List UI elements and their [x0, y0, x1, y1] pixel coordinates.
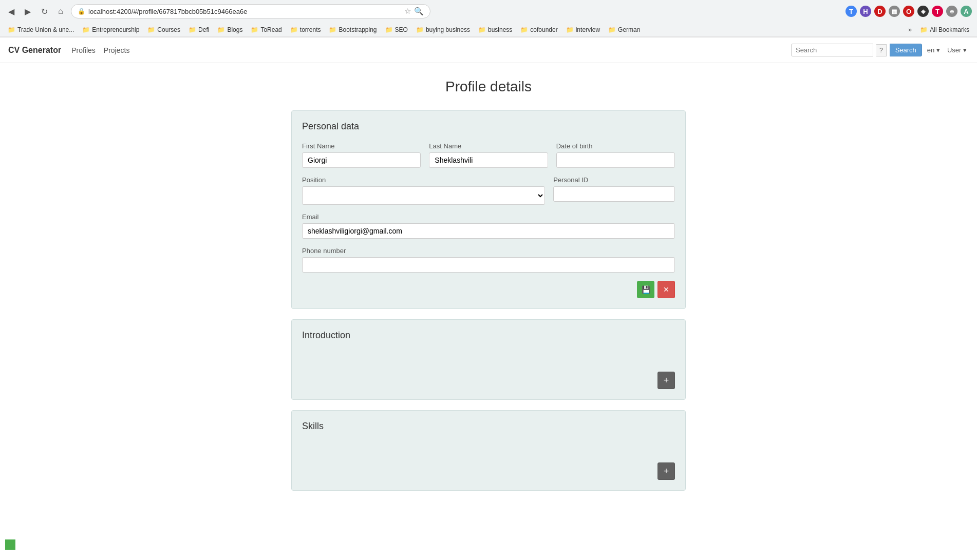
search-button[interactable]: Search [890, 44, 922, 56]
bookmark-label: business [488, 26, 512, 33]
bookmark-cofounder[interactable]: 📁 cofounder [517, 25, 561, 35]
bookmark-trade-union[interactable]: 📁 Trade Union & une... [4, 25, 78, 35]
bookmarks-icon: 📁 [920, 26, 928, 33]
extension2-icon[interactable]: ◈ [917, 6, 929, 17]
all-bookmarks-label: All Bookmarks [930, 26, 969, 33]
back-button[interactable]: ◀ [5, 5, 17, 17]
folder-icon: 📁 [520, 26, 528, 33]
bookmark-torrents[interactable]: 📁 torrents [287, 25, 325, 35]
first-name-label: First Name [302, 142, 421, 150]
user-dropdown[interactable]: User ▾ [945, 44, 969, 56]
dashlane-icon[interactable]: D [874, 6, 886, 17]
search-help-button[interactable]: ? [876, 44, 887, 56]
bookmark-label: Courses [157, 26, 180, 33]
bookmark-label: Trade Union & une... [17, 26, 74, 33]
add-introduction-button[interactable]: + [657, 372, 675, 389]
url-input[interactable] [88, 8, 401, 15]
browser-icons: T H D ▦ O ◈ T ⊕ A [846, 6, 972, 17]
bookmark-star-icon[interactable]: ☆ [404, 7, 411, 16]
extension1-icon[interactable]: ▦ [889, 6, 900, 17]
folder-icon: 📁 [608, 26, 616, 33]
email-row: Email [302, 213, 675, 239]
position-group: Position [302, 176, 545, 205]
phone-group: Phone number [302, 247, 675, 273]
bookmark-toread[interactable]: 📁 ToRead [247, 25, 285, 35]
save-icon: 💾 [642, 285, 650, 294]
personal-id-group: Personal ID [553, 176, 675, 205]
profile-container: Profile details Personal data First Name… [283, 79, 694, 491]
bookmark-business[interactable]: 📁 business [475, 25, 516, 35]
app-brand[interactable]: CV Generator [8, 46, 61, 55]
bookmark-defi[interactable]: 📁 Defi [185, 25, 213, 35]
plus-icon: + [664, 375, 669, 386]
nav-projects[interactable]: Projects [104, 46, 130, 54]
folder-icon: 📁 [478, 26, 486, 33]
skills-actions: + [302, 462, 675, 480]
bookmark-entrepreneurship[interactable]: 📁 Entrepreneurship [79, 25, 143, 35]
folder-icon: 📁 [82, 26, 90, 33]
bookmark-buying-business[interactable]: 📁 buying business [412, 25, 474, 35]
extensions-icon[interactable]: ⊕ [946, 6, 957, 17]
home-button[interactable]: ⌂ [54, 5, 67, 17]
bookmark-label: German [618, 26, 640, 33]
cancel-button[interactable]: ✕ [657, 281, 675, 298]
phone-input[interactable] [302, 257, 675, 273]
forward-button[interactable]: ▶ [22, 5, 34, 17]
app-navbar: CV Generator Profiles Projects ? Search … [0, 37, 977, 63]
first-name-input[interactable] [302, 152, 421, 168]
folder-icon: 📁 [290, 26, 298, 33]
introduction-actions: + [302, 372, 675, 389]
bookmark-german[interactable]: 📁 German [605, 25, 644, 35]
nav-profiles[interactable]: Profiles [71, 46, 96, 54]
introduction-body [302, 351, 675, 366]
hypothesis-icon[interactable]: H [860, 6, 871, 17]
opera-icon[interactable]: O [903, 6, 914, 17]
personal-data-actions: 💾 ✕ [302, 281, 675, 298]
skills-body [302, 442, 675, 457]
last-name-input[interactable] [429, 152, 548, 168]
close-icon: ✕ [663, 285, 669, 294]
bookmark-label: cofounder [530, 26, 557, 33]
add-skill-button[interactable]: + [657, 462, 675, 480]
plus-icon: + [664, 466, 669, 477]
topaz-icon[interactable]: T [932, 6, 943, 17]
avatar-icon[interactable]: A [961, 6, 972, 17]
bookmark-label: buying business [426, 26, 470, 33]
folder-icon: 📁 [329, 26, 336, 33]
name-row: First Name Last Name Date of birth [302, 142, 675, 168]
refresh-button[interactable]: ↻ [38, 5, 50, 17]
search-icon[interactable]: 🔍 [414, 7, 424, 16]
more-bookmarks-button[interactable]: » [905, 24, 915, 35]
bookmark-label: SEO [395, 26, 408, 33]
email-label: Email [302, 213, 675, 221]
folder-icon: 📁 [189, 26, 196, 33]
bookmark-bootstrapping[interactable]: 📁 Bootstrapping [325, 25, 380, 35]
bookmark-seo[interactable]: 📁 SEO [382, 25, 411, 35]
all-bookmarks-button[interactable]: 📁 All Bookmarks [916, 25, 973, 35]
personal-data-title: Personal data [302, 121, 675, 132]
bookmark-courses[interactable]: 📁 Courses [144, 25, 184, 35]
position-label: Position [302, 176, 545, 184]
email-input[interactable] [302, 223, 675, 239]
bookmarks-bar: 📁 Trade Union & une... 📁 Entrepreneurshi… [0, 23, 977, 37]
bookmark-interview[interactable]: 📁 interview [562, 25, 604, 35]
personal-id-label: Personal ID [553, 176, 675, 184]
browser-toolbar: ◀ ▶ ↻ ⌂ 🔒 ☆ 🔍 T H D ▦ O ◈ T ⊕ A [0, 0, 977, 23]
dob-input[interactable] [556, 152, 675, 168]
folder-icon: 📁 [251, 26, 258, 33]
dob-group: Date of birth [556, 142, 675, 168]
bookmark-blogs[interactable]: 📁 Blogs [214, 25, 246, 35]
bookmark-label: ToRead [260, 26, 281, 33]
app-nav-links: Profiles Projects [71, 46, 129, 54]
folder-icon: 📁 [8, 26, 15, 33]
save-button[interactable]: 💾 [637, 281, 654, 298]
language-dropdown[interactable]: en ▾ [925, 44, 942, 56]
search-input[interactable] [791, 44, 873, 56]
personal-id-input[interactable] [553, 186, 675, 202]
skills-section: Skills + [291, 410, 686, 491]
folder-icon: 📁 [416, 26, 424, 33]
translate-icon[interactable]: T [846, 6, 857, 17]
position-select[interactable] [302, 186, 545, 205]
bookmark-label: torrents [300, 26, 321, 33]
introduction-title: Introduction [302, 330, 675, 341]
